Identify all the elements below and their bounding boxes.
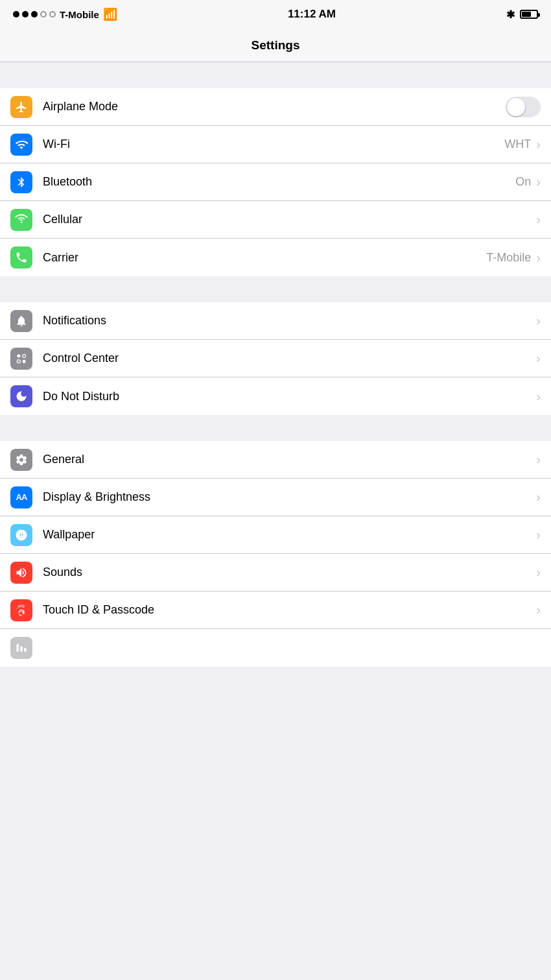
svg-rect-5 xyxy=(20,647,22,652)
svg-rect-4 xyxy=(17,644,19,652)
sounds-chevron: › xyxy=(536,565,541,580)
status-right: ✱ xyxy=(506,8,538,21)
control-center-chevron: › xyxy=(536,351,541,366)
touch-id-chevron: › xyxy=(536,603,541,617)
carrier-label: Carrier xyxy=(43,251,486,265)
cellular-icon xyxy=(10,209,32,231)
dot3 xyxy=(31,11,38,18)
dot5 xyxy=(49,11,56,18)
general-settings-group: General › AA Display & Brightness › Wall… xyxy=(0,441,551,667)
battery-indicator xyxy=(520,10,538,19)
status-left: T-Mobile 📶 xyxy=(13,7,117,21)
wallpaper-chevron: › xyxy=(536,527,541,542)
svg-point-3 xyxy=(23,359,26,363)
control-center-row[interactable]: Control Center › xyxy=(0,340,551,377)
more-row[interactable] xyxy=(0,629,551,667)
cellular-row[interactable]: Cellular › xyxy=(0,201,551,239)
svg-point-1 xyxy=(23,354,26,357)
sounds-icon xyxy=(10,562,32,584)
touch-id-label: Touch ID & Passcode xyxy=(43,603,536,617)
bluetooth-status-icon: ✱ xyxy=(506,8,515,21)
display-brightness-icon: AA xyxy=(10,486,32,508)
bluetooth-label: Bluetooth xyxy=(43,175,515,189)
dot4 xyxy=(40,11,47,18)
general-icon xyxy=(10,449,32,471)
notifications-icon xyxy=(10,310,32,332)
notifications-group: Notifications › Control Center › Do Not … xyxy=(0,302,551,415)
carrier-chevron: › xyxy=(536,250,541,265)
notifications-chevron: › xyxy=(536,313,541,328)
do-not-disturb-row[interactable]: Do Not Disturb › xyxy=(0,377,551,415)
general-chevron: › xyxy=(536,452,541,467)
carrier-row[interactable]: Carrier T-Mobile › xyxy=(0,239,551,276)
wallpaper-row[interactable]: Wallpaper › xyxy=(0,516,551,554)
section-gap-top xyxy=(0,62,551,88)
status-bar: T-Mobile 📶 11:12 AM ✱ xyxy=(0,0,551,29)
connectivity-group: Airplane Mode Wi-Fi WHT › Bluetooth On › xyxy=(0,88,551,276)
control-center-label: Control Center xyxy=(43,352,536,365)
page-title: Settings xyxy=(252,38,300,53)
touch-id-icon xyxy=(10,599,32,621)
wifi-status-icon: 📶 xyxy=(103,7,117,21)
airplane-mode-toggle-knob xyxy=(507,98,525,116)
notifications-label: Notifications xyxy=(43,314,536,328)
display-brightness-row[interactable]: AA Display & Brightness › xyxy=(0,479,551,516)
cellular-label: Cellular xyxy=(43,213,536,226)
do-not-disturb-chevron: › xyxy=(536,389,541,404)
sounds-label: Sounds xyxy=(43,566,536,579)
carrier-label: T-Mobile xyxy=(60,9,99,20)
display-brightness-chevron: › xyxy=(536,490,541,505)
section-gap-2 xyxy=(0,276,551,302)
airplane-mode-label: Airplane Mode xyxy=(43,100,506,114)
airplane-mode-row[interactable]: Airplane Mode xyxy=(0,88,551,126)
wallpaper-label: Wallpaper xyxy=(43,528,536,542)
display-brightness-label: Display & Brightness xyxy=(43,490,536,504)
general-row[interactable]: General › xyxy=(0,441,551,479)
carrier-value: T-Mobile xyxy=(486,251,531,265)
status-time: 11:12 AM xyxy=(288,8,336,21)
wifi-chevron: › xyxy=(536,137,541,152)
more-icon xyxy=(10,637,32,659)
bluetooth-chevron: › xyxy=(536,174,541,189)
signal-dots xyxy=(13,11,56,18)
cellular-chevron: › xyxy=(536,212,541,227)
wifi-value: WHT xyxy=(504,137,531,151)
carrier-icon xyxy=(10,246,32,269)
do-not-disturb-icon xyxy=(10,385,32,407)
general-label: General xyxy=(43,453,536,466)
battery-fill xyxy=(522,12,531,17)
airplane-mode-toggle[interactable] xyxy=(506,97,541,117)
section-gap-3 xyxy=(0,415,551,441)
svg-point-0 xyxy=(17,354,20,357)
svg-point-2 xyxy=(17,359,20,363)
wallpaper-icon xyxy=(10,524,32,546)
wifi-icon xyxy=(10,134,32,156)
dot1 xyxy=(13,11,19,18)
svg-rect-6 xyxy=(24,648,26,652)
nav-bar: Settings xyxy=(0,29,551,62)
airplane-mode-icon xyxy=(10,96,32,118)
notifications-row[interactable]: Notifications › xyxy=(0,302,551,340)
sounds-row[interactable]: Sounds › xyxy=(0,554,551,592)
touch-id-row[interactable]: Touch ID & Passcode › xyxy=(0,592,551,629)
bluetooth-value: On xyxy=(515,175,531,189)
wifi-row[interactable]: Wi-Fi WHT › xyxy=(0,126,551,163)
dot2 xyxy=(22,11,29,18)
control-center-icon xyxy=(10,348,32,370)
bluetooth-row[interactable]: Bluetooth On › xyxy=(0,163,551,201)
do-not-disturb-label: Do Not Disturb xyxy=(43,390,536,403)
bluetooth-icon xyxy=(10,171,32,193)
wifi-label: Wi-Fi xyxy=(43,137,504,151)
